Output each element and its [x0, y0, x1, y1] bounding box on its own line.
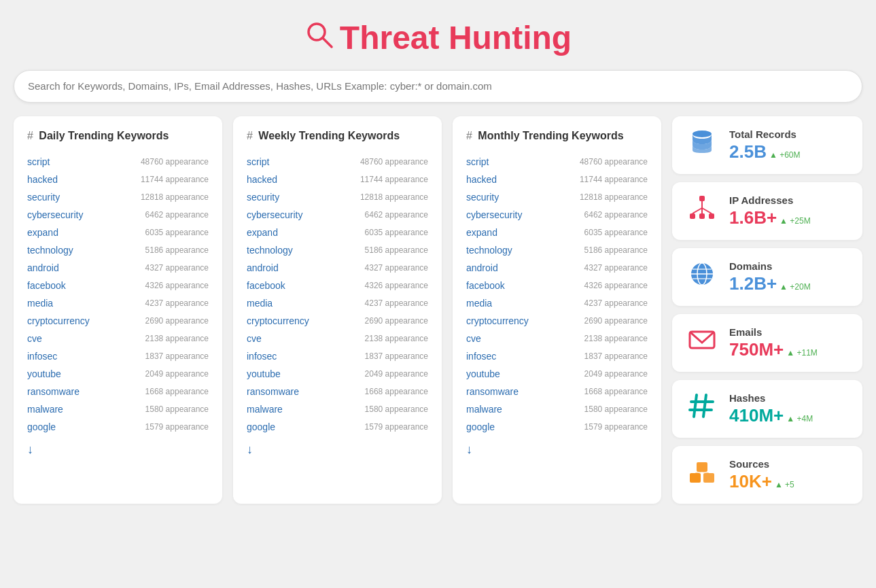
keyword-name[interactable]: cve: [466, 333, 481, 344]
keyword-name[interactable]: cve: [27, 333, 42, 344]
keyword-count: 6462 appearance: [145, 210, 209, 220]
keyword-name[interactable]: android: [466, 262, 498, 273]
keyword-row: cryptocurrency2690 appearance: [247, 312, 428, 330]
keyword-name[interactable]: facebook: [27, 280, 66, 291]
keyword-name[interactable]: hacked: [247, 174, 277, 185]
stat-delta: ▲ +60M: [769, 150, 801, 160]
keyword-name[interactable]: youtube: [466, 368, 500, 379]
keyword-name[interactable]: hacked: [466, 174, 497, 185]
keyword-name[interactable]: google: [466, 421, 495, 432]
keyword-count: 12818 appearance: [580, 192, 648, 202]
keyword-name[interactable]: technology: [27, 245, 73, 256]
keyword-name[interactable]: google: [247, 421, 275, 432]
keyword-row: infosec1837 appearance: [466, 347, 648, 365]
keyword-name[interactable]: security: [27, 192, 60, 203]
main-content: # Daily Trending Keywordsscript48760 app…: [0, 116, 876, 517]
keyword-name[interactable]: script: [247, 156, 269, 167]
keyword-name[interactable]: ransomware: [247, 386, 299, 397]
keyword-name[interactable]: youtube: [27, 368, 61, 379]
keyword-name[interactable]: cryptocurrency: [247, 315, 309, 326]
stat-value: 750M+▲ +11M: [729, 339, 818, 360]
stat-label: Hashes: [729, 392, 813, 404]
keyword-name[interactable]: android: [247, 262, 279, 273]
load-more-arrow[interactable]: ↓: [247, 443, 428, 457]
col-title-daily: # Daily Trending Keywords: [27, 130, 209, 142]
keyword-count: 12818 appearance: [360, 192, 428, 202]
keyword-name[interactable]: cryptocurrency: [27, 315, 90, 326]
keyword-name[interactable]: infosec: [466, 351, 496, 362]
keyword-name[interactable]: cryptocurrency: [466, 315, 529, 326]
keyword-name[interactable]: cybersecurity: [247, 209, 302, 220]
svg-rect-21: [703, 473, 714, 483]
keyword-name[interactable]: script: [27, 156, 50, 167]
keyword-row: media4237 appearance: [27, 294, 209, 312]
keyword-name[interactable]: ransomware: [27, 386, 80, 397]
keyword-name[interactable]: malware: [466, 404, 502, 415]
keyword-count: 5186 appearance: [145, 245, 209, 255]
keyword-row: google1579 appearance: [247, 418, 428, 436]
keyword-count: 4237 appearance: [584, 298, 648, 308]
keyword-name[interactable]: malware: [27, 404, 63, 415]
keyword-count: 4326 appearance: [145, 281, 209, 290]
keyword-name[interactable]: security: [247, 192, 279, 203]
stat-delta: ▲ +4M: [786, 414, 813, 423]
database-icon: [686, 127, 718, 163]
keyword-name[interactable]: malware: [247, 404, 283, 415]
keyword-row: hacked11744 appearance: [466, 171, 648, 188]
keyword-row: script48760 appearance: [247, 153, 428, 171]
keyword-count: 2690 appearance: [365, 316, 428, 326]
keyword-name[interactable]: cybersecurity: [466, 209, 522, 220]
keyword-row: infosec1837 appearance: [247, 347, 428, 365]
network-icon: [686, 193, 718, 229]
search-bar-container[interactable]: [14, 70, 862, 103]
load-more-arrow[interactable]: ↓: [466, 443, 648, 457]
keyword-name[interactable]: youtube: [247, 368, 281, 379]
keyword-row: youtube2049 appearance: [27, 365, 209, 383]
keyword-name[interactable]: cybersecurity: [27, 209, 83, 220]
stat-info-domains: Domains1.2B+▲ +20M: [729, 260, 811, 294]
keyword-name[interactable]: facebook: [466, 280, 505, 291]
load-more-arrow[interactable]: ↓: [27, 443, 209, 457]
keyword-name[interactable]: expand: [27, 227, 58, 238]
keyword-row: malware1580 appearance: [466, 400, 648, 418]
keyword-name[interactable]: technology: [466, 245, 512, 256]
keyword-name[interactable]: expand: [247, 227, 278, 238]
stat-value: 1.6B+▲ +25M: [729, 207, 811, 228]
keyword-name[interactable]: cve: [247, 333, 262, 344]
keyword-row: media4237 appearance: [247, 294, 428, 312]
keyword-row: cybersecurity6462 appearance: [27, 206, 209, 224]
stat-value: 1.2B+▲ +20M: [729, 273, 811, 294]
keyword-name[interactable]: google: [27, 421, 56, 432]
stat-card-ip-addresses: IP Addresses1.6B+▲ +25M: [672, 182, 862, 240]
keyword-count: 12818 appearance: [141, 192, 209, 202]
keyword-name[interactable]: media: [27, 298, 53, 309]
keyword-name[interactable]: ransomware: [466, 386, 519, 397]
keyword-row: expand6035 appearance: [466, 224, 648, 241]
keyword-count: 1837 appearance: [584, 351, 648, 361]
keyword-name[interactable]: infosec: [27, 351, 57, 362]
stat-value: 10K+▲ +5: [729, 471, 794, 492]
keyword-count: 5186 appearance: [584, 245, 648, 255]
stat-label: Domains: [729, 260, 811, 272]
keyword-name[interactable]: technology: [247, 245, 293, 256]
keyword-row: cve2138 appearance: [247, 330, 428, 347]
keyword-name[interactable]: infosec: [247, 351, 277, 362]
stat-label: Sources: [729, 458, 794, 470]
stat-label: Emails: [729, 326, 818, 338]
keyword-name[interactable]: media: [247, 298, 273, 309]
keyword-name[interactable]: hacked: [27, 174, 58, 185]
svg-line-23: [695, 472, 702, 473]
keyword-name[interactable]: expand: [466, 227, 497, 238]
keyword-name[interactable]: security: [466, 192, 499, 203]
svg-line-9: [702, 208, 712, 213]
stats-column: Total Records2.5B▲ +60M IP Addresses1.6B…: [672, 116, 862, 504]
keyword-name[interactable]: media: [466, 298, 492, 309]
keyword-name[interactable]: facebook: [247, 280, 285, 291]
keyword-row: cve2138 appearance: [466, 330, 648, 347]
keyword-row: hacked11744 appearance: [27, 171, 209, 188]
keyword-name[interactable]: script: [466, 156, 489, 167]
keyword-count: 11744 appearance: [141, 175, 209, 184]
stat-delta: ▲ +11M: [786, 348, 818, 358]
search-input[interactable]: [28, 80, 848, 92]
keyword-name[interactable]: android: [27, 262, 59, 273]
